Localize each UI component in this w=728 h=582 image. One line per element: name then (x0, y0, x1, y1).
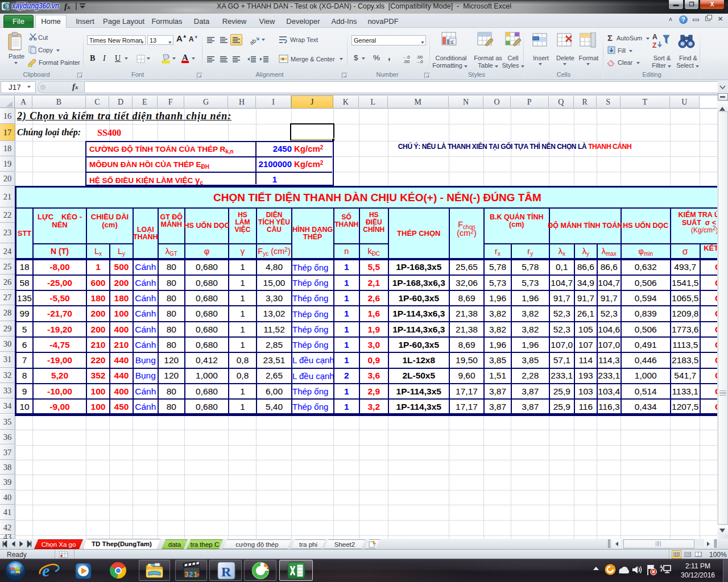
svg-text:A: A (652, 33, 657, 41)
svg-text:3: 3 (185, 571, 189, 579)
svg-text:Z: Z (652, 41, 656, 49)
svg-text:R: R (221, 564, 231, 579)
svg-text:≤: ≤ (450, 39, 454, 45)
svg-text:e: e (42, 562, 49, 580)
svg-text:a: a (282, 56, 284, 61)
svg-text:.00: .00 (403, 59, 410, 63)
svg-text:c: c (5, 4, 7, 9)
svg-text:2: 2 (189, 571, 193, 579)
svg-text:.0: .0 (419, 59, 423, 63)
svg-text:ab: ab (249, 37, 258, 45)
